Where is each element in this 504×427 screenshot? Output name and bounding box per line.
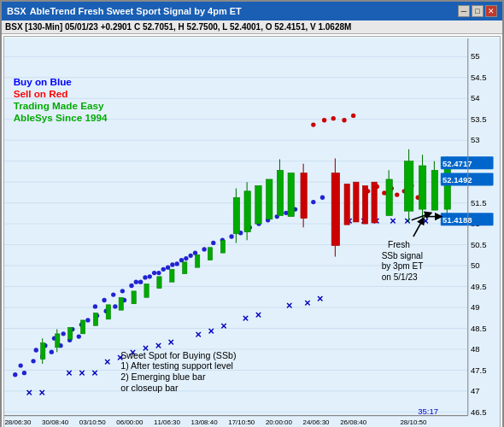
svg-point-63 (85, 318, 90, 322)
svg-text:49.5: 49.5 (471, 282, 487, 291)
svg-point-88 (134, 280, 138, 284)
svg-text:17/10:50: 17/10:50 (228, 418, 255, 426)
svg-rect-143 (56, 334, 60, 348)
date-label: on 5/1/23 (382, 272, 418, 282)
svg-text:×: × (317, 292, 323, 305)
svg-text:×: × (168, 336, 174, 348)
maximize-button[interactable]: □ (472, 5, 483, 17)
svg-rect-178 (362, 185, 367, 224)
svg-text:53: 53 (471, 135, 480, 144)
minimize-button[interactable]: ─ (458, 5, 470, 17)
svg-rect-162 (244, 191, 250, 232)
svg-text:28/06:30: 28/06:30 (4, 418, 32, 426)
annotation-sweetspot-title: Sweet Spot for Buying (SSb) (120, 350, 236, 360)
annotation-line3: 2) Emerging blue bar (120, 371, 206, 382)
svg-point-69 (102, 298, 106, 302)
svg-text:×: × (26, 386, 32, 399)
svg-rect-179 (372, 182, 377, 223)
chart-body[interactable]: 55 54.5 54 53.5 53 52.5 52 51.5 51 50.5 … (3, 36, 501, 427)
svg-rect-188 (431, 170, 437, 210)
svg-point-104 (342, 118, 346, 122)
svg-text:48: 48 (471, 344, 480, 354)
svg-rect-185 (419, 166, 426, 209)
svg-text:50: 50 (471, 260, 480, 270)
svg-rect-155 (183, 262, 187, 274)
svg-text:26/08:40: 26/08:40 (340, 418, 367, 426)
svg-text:11/06:30: 11/06:30 (154, 418, 181, 426)
svg-text:×: × (208, 325, 214, 337)
svg-point-78 (184, 256, 188, 260)
svg-point-99 (311, 200, 315, 204)
svg-text:×: × (404, 214, 410, 227)
svg-rect-157 (208, 248, 212, 260)
svg-text:47.5: 47.5 (471, 366, 487, 375)
svg-rect-156 (195, 254, 199, 267)
svg-rect-167 (277, 170, 283, 215)
svg-point-56 (77, 334, 81, 338)
svg-text:×: × (304, 296, 310, 309)
svg-point-83 (229, 234, 233, 238)
svg-text:54.5: 54.5 (471, 73, 487, 82)
svg-rect-147 (80, 320, 85, 334)
svg-rect-158 (220, 240, 225, 253)
close-button[interactable]: ✕ (485, 5, 497, 17)
svg-rect-176 (344, 184, 349, 225)
byet-label: by 3pm ET (382, 261, 424, 271)
svg-text:20:00:00: 20:00:00 (266, 418, 293, 426)
svg-point-103 (331, 116, 336, 120)
svg-point-73 (138, 280, 143, 284)
svg-text:×: × (66, 366, 72, 379)
svg-text:30/08:40: 30/08:40 (42, 418, 69, 426)
window-controls: ─ □ ✕ (458, 5, 497, 17)
svg-point-102 (322, 118, 326, 122)
svg-text:24/06:30: 24/06:30 (303, 418, 331, 426)
svg-point-71 (120, 289, 125, 293)
title-bar: BSX AbleTrend Fresh Sweet Sport Signal b… (2, 2, 502, 20)
ssb-label: SSb signal (382, 251, 423, 260)
svg-text:51.5: 51.5 (471, 198, 487, 208)
svg-point-57 (34, 348, 38, 352)
able-label: AbleSys Since 1994 (14, 112, 108, 123)
svg-text:54: 54 (471, 93, 480, 102)
svg-text:46.5: 46.5 (471, 407, 487, 417)
svg-rect-173 (331, 173, 340, 246)
svg-point-50 (31, 359, 35, 363)
svg-point-90 (152, 271, 156, 275)
fresh-label: Fresh (388, 240, 410, 249)
svg-point-79 (193, 250, 197, 254)
svg-point-72 (129, 284, 133, 288)
svg-text:47: 47 (471, 386, 480, 395)
svg-rect-182 (404, 161, 413, 212)
svg-point-74 (148, 274, 152, 278)
svg-point-53 (50, 349, 54, 354)
svg-rect-152 (144, 284, 149, 297)
svg-point-48 (13, 372, 17, 377)
svg-text:×: × (220, 319, 226, 332)
svg-rect-140 (41, 343, 45, 360)
svg-text:50.5: 50.5 (471, 240, 487, 249)
svg-point-101 (311, 122, 315, 126)
svg-rect-169 (288, 173, 294, 217)
svg-text:53.5: 53.5 (471, 114, 487, 124)
trading-label: Trading Made Easy (14, 100, 104, 111)
chart-container: BSX [130-Min] 05/01/23 +0.2901 C 52.7051… (2, 20, 502, 427)
svg-rect-159 (233, 197, 239, 234)
svg-point-77 (175, 261, 179, 266)
svg-point-89 (143, 275, 147, 279)
svg-rect-146 (67, 327, 72, 339)
svg-rect-151 (132, 291, 136, 304)
svg-text:28/10:50: 28/10:50 (400, 418, 427, 426)
svg-point-66 (113, 304, 117, 308)
svg-text:×: × (79, 366, 85, 379)
svg-point-70 (111, 292, 115, 296)
app-icon: BSX (7, 6, 26, 16)
svg-point-110 (395, 192, 399, 196)
svg-point-94 (189, 254, 193, 258)
annotation-line4: or closeup bar (120, 383, 179, 393)
svg-rect-148 (93, 313, 97, 325)
window-title: AbleTrend Fresh Sweet Sport Signal by 4p… (30, 6, 242, 16)
svg-point-105 (351, 114, 355, 118)
svg-text:×: × (195, 328, 201, 341)
svg-text:55: 55 (471, 51, 480, 61)
svg-text:×: × (286, 299, 292, 312)
